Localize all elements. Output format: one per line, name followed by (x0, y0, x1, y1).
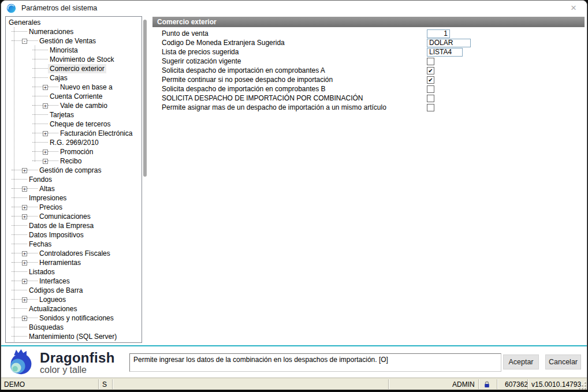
tree-item-label: Controladores Fiscales (38, 249, 112, 258)
tree-item-label: Gestión de Ventas (38, 36, 98, 46)
tree-item-label: Actualizaciones (27, 304, 79, 313)
dragonfish-logo-icon (7, 348, 35, 376)
tree-item-label: Impresiones (27, 193, 68, 203)
status-flag: S (102, 378, 107, 390)
field-checkbox[interactable] (427, 104, 434, 111)
status-version: v15.0010.14793 (531, 378, 581, 390)
tree-item-label: Interfaces (38, 277, 72, 286)
tree-item[interactable]: + Recibo (32, 156, 142, 166)
tree-item-root[interactable]: Generales (7, 18, 142, 27)
tree-scrollbar[interactable] (143, 18, 147, 341)
field-checkbox[interactable] (427, 58, 434, 65)
field-input[interactable] (427, 39, 471, 47)
tree-expand-toggle[interactable]: + (22, 186, 27, 192)
field-label: Solicita despacho de importación en comp… (162, 85, 326, 93)
field-label: Permite asignar mas de un despacho de im… (162, 103, 386, 111)
tree-item[interactable]: Cuenta Corriente (32, 92, 142, 101)
field-label: Punto de venta (162, 29, 209, 38)
tree-item-label: Cajas (48, 73, 69, 83)
status-user: ADMIN (452, 378, 475, 390)
setting-row: Permite asignar mas de un despacho de im… (152, 103, 585, 112)
field-input[interactable] (427, 29, 450, 38)
section-header: Comercio exterior (152, 17, 585, 27)
tree-item[interactable]: + Interfaces (12, 277, 142, 286)
tree-item[interactable]: Comercio exterior (32, 64, 142, 73)
tree-item-label: Comercio exterior (48, 64, 106, 73)
tree-expand-toggle[interactable]: - (22, 39, 27, 44)
tree-item[interactable]: Datos de la Empresa (12, 221, 142, 230)
tree-expand-toggle[interactable]: + (43, 159, 48, 164)
tree-item[interactable]: + Vale de cambio (32, 101, 142, 110)
tree-item[interactable]: + Herramientas (12, 258, 142, 267)
settings-panel: Comercio exterior Punto de venta Codigo … (152, 17, 585, 112)
tree-item[interactable]: + Promoción (32, 147, 142, 156)
tree-item[interactable]: Numeraciones (12, 27, 142, 36)
tree-expand-toggle[interactable]: + (22, 279, 27, 284)
brand-logo: Dragonfish color y talle (7, 348, 115, 376)
tree-expand-toggle[interactable]: + (43, 150, 48, 155)
field-checkbox[interactable] (427, 85, 434, 93)
tree-expand-toggle[interactable]: + (22, 260, 27, 266)
tree-item[interactable]: + Facturación Electrónica (32, 129, 142, 138)
tree-item[interactable]: Movimiento de Stock (32, 55, 142, 64)
tree-expand-toggle[interactable]: + (43, 85, 48, 90)
tree-item[interactable]: + Comunicaciones (12, 212, 142, 221)
tree-item[interactable]: R.G. 2969/2010 (32, 138, 142, 147)
tree-item[interactable]: + Precios (12, 203, 142, 212)
tree-item[interactable]: Tarjetas (32, 110, 142, 120)
tree-item-label: Altas (38, 184, 57, 193)
status-bar: DEMO S ADMIN 607362 v15.0010.14793 (1, 378, 587, 390)
tree-expand-toggle[interactable]: + (22, 297, 27, 303)
field-input[interactable] (427, 48, 463, 57)
tree-expand-toggle[interactable]: + (43, 103, 48, 109)
tree-expand-toggle[interactable]: + (22, 168, 27, 173)
tree-item[interactable]: + Nuevo en base a (32, 83, 142, 92)
tree-item-label: Logueos (38, 295, 68, 304)
tree-item[interactable]: Búsquedas (12, 323, 142, 332)
tree-item[interactable]: - Gestión de Ventas (12, 36, 142, 46)
cancel-button[interactable]: Cancelar (545, 354, 581, 369)
field-checkbox[interactable]: ✔ (427, 76, 434, 84)
close-icon[interactable]: × (568, 2, 579, 14)
tree-item[interactable]: + Altas (12, 184, 142, 193)
tree-scrollbar-thumb[interactable] (143, 20, 147, 177)
tree-item[interactable]: Fichajes (12, 341, 142, 343)
parameters-dialog: Parámetros del sistema × Generales Numer… (1, 0, 587, 390)
resize-grip[interactable] (579, 382, 586, 390)
tree-item[interactable]: Fechas (12, 240, 142, 249)
tree-item[interactable]: + Controladores Fiscales (12, 249, 142, 258)
tree-item[interactable]: Códigos de Barra (12, 286, 142, 295)
accept-button[interactable]: Aceptar (503, 354, 539, 369)
tree-expand-toggle[interactable]: + (22, 316, 27, 321)
tree-item[interactable]: Cajas (32, 73, 142, 83)
tree-item[interactable]: Fondos (12, 175, 142, 184)
field-checkbox[interactable]: ✔ (427, 67, 434, 74)
setting-row: Sugerir cotización vigente (152, 57, 585, 66)
title-bar: Parámetros del sistema × (1, 1, 587, 16)
tree-item-label: Comunicaciones (38, 212, 92, 221)
tree-item[interactable]: Cheque de terceros (32, 120, 142, 129)
tree-item[interactable]: Minorista (32, 46, 142, 55)
tree-item[interactable]: Impresiones (12, 193, 142, 203)
tree-item[interactable]: Mantenimiento (SQL Server) (12, 332, 142, 341)
settings-rows: Punto de venta Codigo De Moneda Extranje… (152, 27, 585, 112)
tree-item-label: Datos Impositivos (27, 230, 85, 240)
tree-expand-toggle[interactable]: + (22, 205, 27, 210)
tree-item-label: Minorista (48, 46, 80, 55)
field-label: Codigo De Moneda Extranjera Sugerida (162, 39, 285, 47)
tree-item-label: Cuenta Corriente (48, 92, 104, 101)
tree-expand-toggle[interactable]: + (22, 214, 27, 219)
tree-item[interactable]: + Logueos (12, 295, 142, 304)
tree-item-label: Cheque de terceros (48, 120, 112, 129)
hint-text-box: Permite ingresar los datos de la combina… (129, 353, 501, 372)
tree-item[interactable]: Datos Impositivos (12, 230, 142, 240)
tree-item[interactable]: Listados (12, 267, 142, 277)
tree-item[interactable]: + Sonidos y notificaciones (12, 313, 142, 323)
brand-tagline: color y talle (40, 365, 115, 375)
tree-expand-toggle[interactable]: + (22, 251, 27, 256)
field-label: Solicita despacho de importación en comp… (162, 66, 325, 74)
tree-item[interactable]: Actualizaciones (12, 304, 142, 313)
field-checkbox[interactable] (427, 95, 434, 102)
tree-item[interactable]: + Gestión de compras (12, 166, 142, 175)
tree-expand-toggle[interactable]: + (43, 131, 48, 136)
